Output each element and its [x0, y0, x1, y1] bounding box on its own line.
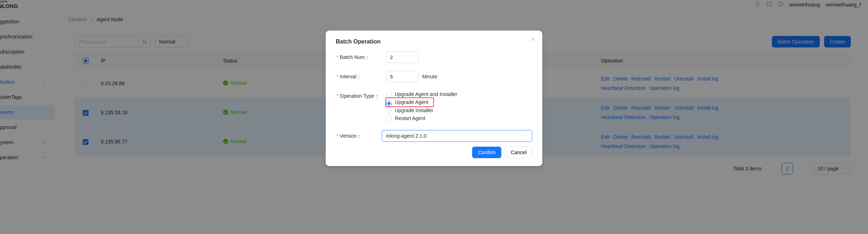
confirm-button[interactable]: Confirm — [472, 147, 501, 158]
optype-option[interactable]: Upgrade Agent and Installer — [386, 90, 457, 98]
optype-option[interactable]: Restart Agent — [386, 114, 457, 122]
chevron-down-icon — [524, 134, 528, 138]
modal-close[interactable] — [530, 36, 536, 42]
optype-option[interactable]: Upgrade Installer — [386, 106, 457, 114]
batchnum-input[interactable] — [386, 51, 419, 63]
modal-title: Batch Operation — [336, 38, 532, 45]
radio-icon — [386, 101, 392, 106]
batch-operation-modal: Batch Operation Batch Num： Interval： Min… — [326, 31, 542, 166]
optype-option[interactable]: Upgrade Agent — [386, 98, 428, 106]
interval-label: Interval： — [336, 71, 386, 82]
interval-unit: Minute — [422, 74, 437, 79]
radio-icon — [386, 91, 392, 97]
version-select[interactable]: inlong-agent 2.1.0 — [382, 130, 532, 142]
radio-icon — [386, 107, 392, 113]
version-label: Version： — [336, 130, 382, 142]
cancel-button[interactable]: Cancel — [505, 147, 532, 158]
batchnum-label: Batch Num： — [336, 51, 386, 63]
optype-label: Operation Type： — [336, 90, 386, 102]
interval-input[interactable] — [386, 71, 419, 82]
radio-icon — [386, 115, 392, 121]
